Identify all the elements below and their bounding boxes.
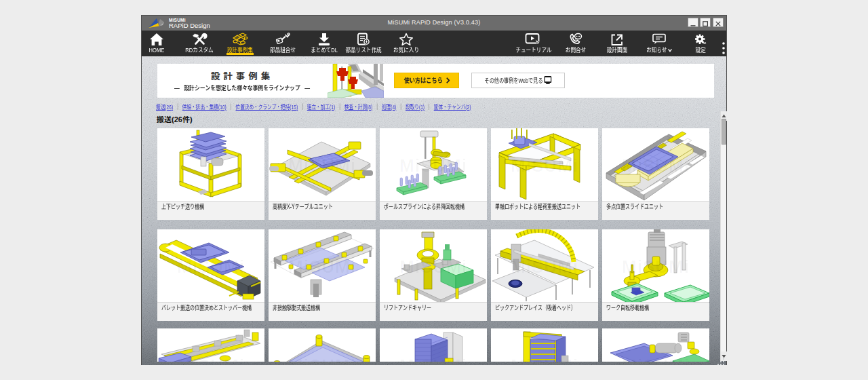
svg-text:MiSUMi: MiSUMi [399,256,467,277]
svg-text:MiSUMi: MiSUMi [177,256,245,277]
svg-text:MiSUMi: MiSUMi [288,256,356,277]
svg-text:MiSUMi: MiSUMi [622,256,690,277]
svg-text:MiSUMi: MiSUMi [622,155,690,176]
svg-text:MiSUMi: MiSUMi [511,155,578,176]
svg-text:MiSUMi: MiSUMi [288,155,356,176]
svg-text:MiSUMi: MiSUMi [511,256,578,277]
svg-text:MiSUMi: MiSUMi [622,356,690,362]
svg-text:MiSUMi: MiSUMi [399,356,467,362]
svg-text:MiSUMi: MiSUMi [288,356,356,362]
svg-text:MiSUMi: MiSUMi [511,356,578,362]
svg-text:MiSUMi: MiSUMi [177,356,245,362]
svg-text:MiSUMi: MiSUMi [399,155,467,176]
